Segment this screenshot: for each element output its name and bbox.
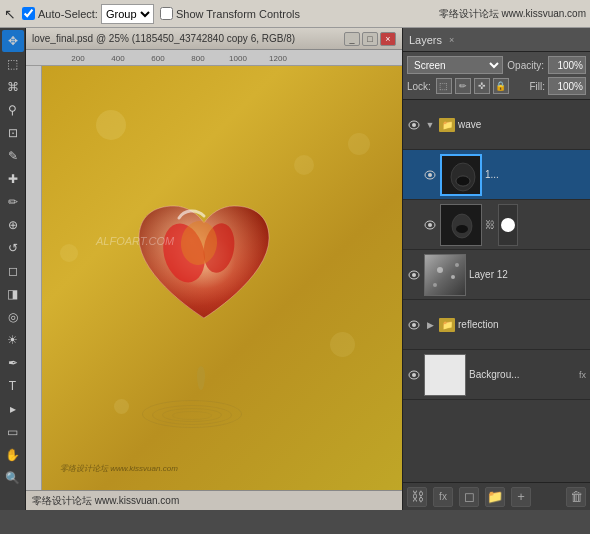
bokeh-6 <box>348 133 370 155</box>
svg-point-6 <box>428 173 432 177</box>
lock-position-button[interactable]: ✜ <box>474 78 490 94</box>
crop-tool[interactable]: ⊡ <box>2 122 24 144</box>
document-title: love_final.psd @ 25% (1185450_43742840 c… <box>32 33 295 44</box>
ruler-top: 200 400 600 800 1000 1200 <box>26 50 402 66</box>
heart-image <box>114 178 294 398</box>
marquee-tool[interactable]: ⬚ <box>2 53 24 75</box>
auto-select-label: Auto-Select: <box>38 8 98 20</box>
healing-tool[interactable]: ✚ <box>2 168 24 190</box>
layer-reflection-folder[interactable]: ▶ 📁 reflection <box>403 300 590 350</box>
bokeh-4 <box>114 399 129 414</box>
folder-icon: 📁 <box>439 318 455 332</box>
layers-footer: ⛓ fx ◻ 📁 + 🗑 <box>403 482 590 510</box>
eyedropper-tool[interactable]: ✎ <box>2 145 24 167</box>
layer-12-name: Layer 12 <box>469 269 586 280</box>
layers-controls: Screen Opacity: Lock: ⬚ ✏ ✜ 🔒 Fill: <box>403 52 590 100</box>
blur-tool[interactable]: ◎ <box>2 306 24 328</box>
eye-icon <box>408 120 420 130</box>
delete-layer-button[interactable]: 🗑 <box>566 487 586 507</box>
svg-point-21 <box>433 283 437 287</box>
layer-12-visibility[interactable] <box>407 268 421 282</box>
layers-tab-close[interactable]: × <box>449 35 454 45</box>
link-layers-button[interactable]: ⛓ <box>407 487 427 507</box>
eye-icon <box>424 220 436 230</box>
ruler-left <box>26 66 42 510</box>
layer-background-visibility[interactable] <box>407 368 421 382</box>
layer-reflection-expand[interactable]: ▶ <box>424 319 436 331</box>
layer-background[interactable]: Backgrou... fx <box>403 350 590 400</box>
layer-1-thumbnail <box>440 154 482 196</box>
mask-thumb <box>498 204 518 246</box>
layers-list: ▼ 📁 wave <box>403 100 590 482</box>
group-button[interactable]: 📁 <box>485 487 505 507</box>
watermark-2: 零络设计论坛 www.kissvuan.com <box>60 463 178 474</box>
canvas-image: ALFOART.COM 零络设计论坛 www.kissvuan.com <box>42 66 402 510</box>
minimize-button[interactable]: _ <box>344 32 360 46</box>
eraser-tool[interactable]: ◻ <box>2 260 24 282</box>
canvas-area: love_final.psd @ 25% (1185450_43742840 c… <box>26 28 402 510</box>
hand-tool[interactable]: ✋ <box>2 444 24 466</box>
svg-point-26 <box>412 373 416 377</box>
layer-12[interactable]: Layer 12 <box>403 250 590 300</box>
quick-select-tool[interactable]: ⚲ <box>2 99 24 121</box>
document-title-bar: love_final.psd @ 25% (1185450_43742840 c… <box>26 28 402 50</box>
svg-point-11 <box>428 223 432 227</box>
canvas-content[interactable]: ALFOART.COM 零络设计论坛 www.kissvuan.com <box>42 66 402 510</box>
top-toolbar: ↖ Auto-Select: Group Show Transform Cont… <box>0 0 590 28</box>
move-tool-icon[interactable]: ↖ <box>4 6 16 22</box>
lock-image-button[interactable]: ✏ <box>455 78 471 94</box>
tools-panel: ✥ ⬚ ⌘ ⚲ ⊡ ✎ ✚ ✏ ⊕ ↺ ◻ ◨ ◎ ☀ ✒ T ▸ ▭ ✋ 🔍 <box>0 28 26 510</box>
dodge-tool[interactable]: ☀ <box>2 329 24 351</box>
ruler-mark-200: 200 <box>58 54 98 63</box>
clone-tool[interactable]: ⊕ <box>2 214 24 236</box>
svg-point-20 <box>451 275 455 279</box>
bokeh-1 <box>96 110 126 140</box>
layer-wave-folder[interactable]: ▼ 📁 wave <box>403 100 590 150</box>
svg-point-24 <box>412 323 416 327</box>
move-tool[interactable]: ✥ <box>2 30 24 52</box>
path-select-tool[interactable]: ▸ <box>2 398 24 420</box>
layers-tab[interactable]: Layers × <box>409 34 454 46</box>
layer-1-visibility[interactable] <box>423 168 437 182</box>
new-layer-button[interactable]: + <box>511 487 531 507</box>
lock-transparent-button[interactable]: ⬚ <box>436 78 452 94</box>
layers-tab-label: Layers <box>409 34 442 46</box>
layer-background-thumbnail <box>424 354 466 396</box>
zoom-tool[interactable]: 🔍 <box>2 467 24 489</box>
layer-reflection-visibility[interactable] <box>407 318 421 332</box>
maximize-button[interactable]: □ <box>362 32 378 46</box>
opacity-input[interactable] <box>548 56 586 74</box>
auto-select-checkbox[interactable] <box>22 7 35 20</box>
pen-tool[interactable]: ✒ <box>2 352 24 374</box>
layer-mask[interactable]: ⛓ <box>403 200 590 250</box>
blend-row: Screen Opacity: <box>407 56 586 74</box>
type-tool[interactable]: T <box>2 375 24 397</box>
add-mask-button[interactable]: ◻ <box>459 487 479 507</box>
layer-mask-visibility[interactable] <box>423 218 437 232</box>
gradient-tool[interactable]: ◨ <box>2 283 24 305</box>
svg-point-16 <box>412 273 416 277</box>
auto-select-dropdown[interactable]: Group <box>101 4 154 24</box>
shape-tool[interactable]: ▭ <box>2 421 24 443</box>
status-bar: 零络设计论坛 www.kissvuan.com <box>26 490 402 510</box>
lock-all-button[interactable]: 🔒 <box>493 78 509 94</box>
link-icon: ⛓ <box>485 219 495 230</box>
thumb-svg <box>425 255 466 296</box>
fill-input[interactable] <box>548 77 586 95</box>
layer-wave-visibility[interactable] <box>407 118 421 132</box>
bokeh-5 <box>60 244 78 262</box>
brush-tool[interactable]: ✏ <box>2 191 24 213</box>
blend-mode-select[interactable]: Screen <box>407 56 503 74</box>
window-controls: _ □ × <box>344 32 396 46</box>
main-area: ✥ ⬚ ⌘ ⚲ ⊡ ✎ ✚ ✏ ⊕ ↺ ◻ ◨ ◎ ☀ ✒ T ▸ ▭ ✋ 🔍 … <box>0 28 590 510</box>
fx-button[interactable]: fx <box>433 487 453 507</box>
close-button[interactable]: × <box>380 32 396 46</box>
show-transform-label: Show Transform Controls <box>176 8 300 20</box>
show-transform-checkbox[interactable] <box>160 7 173 20</box>
layer-wave-expand[interactable]: ▼ <box>424 119 436 131</box>
layer-12-thumbnail <box>424 254 466 296</box>
lasso-tool[interactable]: ⌘ <box>2 76 24 98</box>
layer-1[interactable]: 1... <box>403 150 590 200</box>
history-brush-tool[interactable]: ↺ <box>2 237 24 259</box>
layers-panel: Layers × Screen Opacity: Lock: ⬚ ✏ ✜ 🔒 F… <box>402 28 590 510</box>
